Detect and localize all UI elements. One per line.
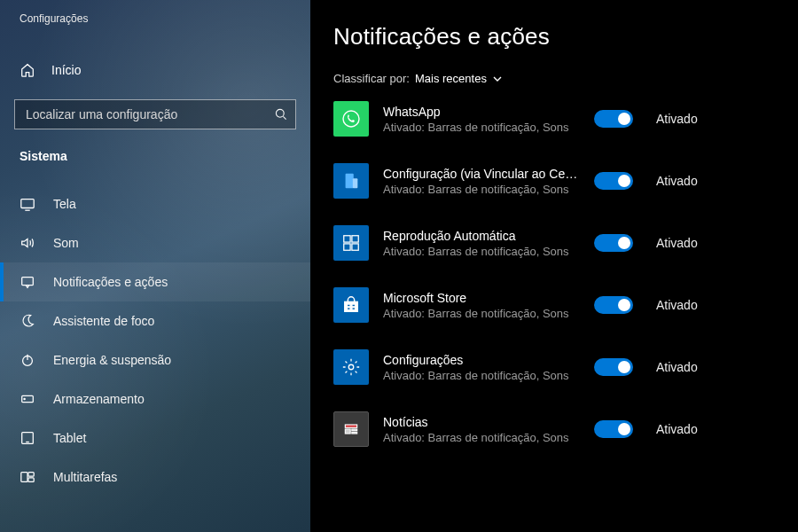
sidebar-item-label: Tela [53,197,76,211]
store-app-icon [333,287,369,323]
app-subtext: Ativado: Barras de notificação, Sons [383,183,580,196]
focus-icon [20,313,35,329]
display-icon [20,196,35,212]
toggle-switch[interactable] [594,296,633,314]
toggle-state: Ativado [656,360,698,374]
app-name: WhatsApp [383,105,580,119]
settings-app-icon [333,349,369,385]
sidebar-home-label: Início [51,63,81,77]
sidebar-item-focus-assist[interactable]: Assistente de foco [0,301,310,340]
app-row[interactable]: Microsoft Store Ativado: Barras de notif… [333,287,784,323]
svg-point-26 [348,364,354,370]
power-icon [20,352,35,368]
home-icon [20,62,35,78]
sidebar-item-sound[interactable]: Som [0,223,310,262]
app-list: WhatsApp Ativado: Barras de notificação,… [333,101,784,447]
sidebar-item-label: Energia & suspensão [53,353,171,367]
toggle-state: Ativado [656,174,698,188]
app-row[interactable]: Notícias Ativado: Barras de notificação,… [333,411,784,447]
sort-value: Mais recentes [415,72,487,85]
sidebar-item-label: Som [53,236,79,250]
sidebar-item-storage[interactable]: Armazenamento [0,379,310,419]
toggle-switch[interactable] [594,234,633,252]
window-title: Configurações [0,0,310,25]
search-icon [274,107,288,121]
svg-rect-23 [352,304,356,307]
toggle-state: Ativado [656,422,698,436]
svg-point-8 [24,398,25,399]
svg-rect-2 [21,200,34,208]
toggle-switch[interactable] [594,110,633,128]
app-name: Notícias [383,415,580,429]
search-input[interactable] [15,100,295,129]
app-name: Configurações [383,353,580,367]
app-row[interactable]: Reprodução Automática Ativado: Barras de… [333,225,784,261]
svg-rect-29 [352,429,357,431]
svg-rect-25 [352,308,356,310]
sidebar-list: Tela Som Notificações e ações Assistente… [0,184,310,497]
svg-rect-20 [352,244,358,250]
toggle-state: Ativado [656,298,698,312]
app-subtext: Ativado: Barras de notificação, Sons [383,369,580,382]
autoplay-app-icon [333,225,369,261]
svg-rect-4 [22,278,34,286]
page-title: Notificações e ações [333,23,784,51]
svg-rect-12 [28,473,34,477]
app-subtext: Ativado: Barras de notificação, Sons [383,431,580,444]
sort-dropdown[interactable]: Mais recentes [415,72,503,85]
multitask-icon [20,469,35,485]
app-row[interactable]: WhatsApp Ativado: Barras de notificação,… [333,101,784,137]
sidebar: Configurações Início Sistema Tela Som [0,0,310,532]
sidebar-item-label: Notificações e ações [53,275,168,289]
toggle-switch[interactable] [594,358,633,376]
notification-icon [20,274,35,290]
sidebar-item-label: Tablet [53,431,86,445]
svg-rect-16 [353,178,358,188]
sidebar-item-power[interactable]: Energia & suspensão [0,340,310,379]
toggle-state: Ativado [656,112,698,126]
sidebar-item-tablet[interactable]: Tablet [0,419,310,458]
svg-rect-11 [21,473,27,482]
tablet-icon [20,430,35,446]
sort-bar: Classificar por: Mais recentes [333,72,784,85]
svg-rect-19 [344,244,350,250]
app-name: Microsoft Store [383,291,580,305]
sidebar-item-label: Assistente de foco [53,314,154,328]
app-name: Configuração (via Vincular ao Cel… [383,167,580,181]
sidebar-item-multitask[interactable]: Multitarefas [0,458,310,497]
search-box[interactable] [14,99,296,129]
app-row[interactable]: Configuração (via Vincular ao Cel… Ativa… [333,163,784,199]
svg-rect-13 [28,478,34,482]
app-subtext: Ativado: Barras de notificação, Sons [383,245,580,258]
app-name: Reprodução Automática [383,229,580,243]
svg-point-14 [343,111,359,127]
chevron-down-icon [492,74,503,84]
svg-rect-15 [346,174,354,189]
phone-link-app-icon [333,163,369,199]
sidebar-section-title: Sistema [0,129,310,170]
sidebar-home[interactable]: Início [0,53,310,87]
app-row[interactable]: Configurações Ativado: Barras de notific… [333,349,784,385]
news-app-icon [333,411,369,447]
toggle-switch[interactable] [594,420,633,438]
storage-icon [20,391,35,407]
app-subtext: Ativado: Barras de notificação, Sons [383,121,580,134]
sidebar-item-display[interactable]: Tela [0,184,310,223]
svg-rect-17 [344,236,350,242]
whatsapp-app-icon [333,101,369,137]
svg-rect-27 [345,425,356,427]
sidebar-item-label: Armazenamento [53,392,145,406]
svg-rect-24 [347,308,350,310]
svg-rect-18 [352,236,358,242]
sort-label: Classificar por: [333,72,410,85]
sound-icon [20,235,35,251]
toggle-switch[interactable] [594,172,633,190]
sidebar-item-label: Multitarefas [53,470,117,484]
svg-point-0 [276,109,284,117]
content: Notificações e ações Classificar por: Ma… [310,0,798,532]
svg-rect-30 [352,432,357,434]
svg-rect-22 [347,304,350,307]
sidebar-item-notifications[interactable]: Notificações e ações [0,262,310,301]
svg-line-1 [283,116,286,119]
toggle-state: Ativado [656,236,698,250]
